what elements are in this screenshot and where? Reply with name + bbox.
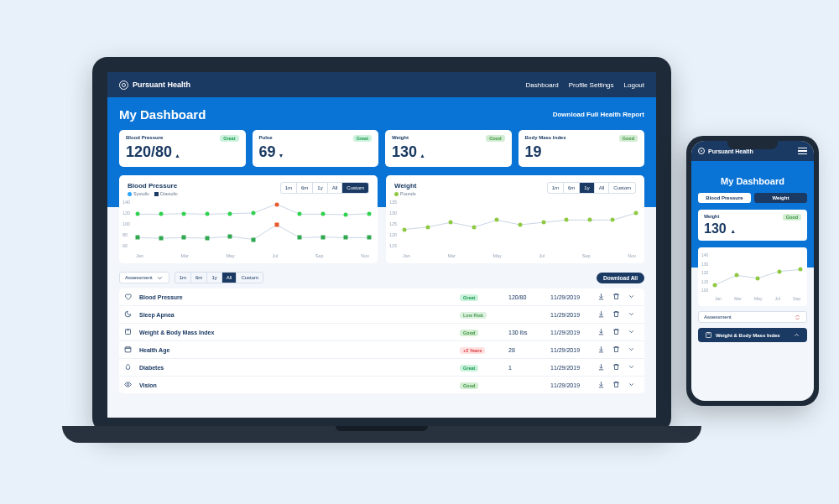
chevron-down-icon: [156, 274, 164, 282]
trash-icon[interactable]: [612, 381, 624, 389]
stat-bmi-badge: Good: [619, 135, 638, 142]
laptop-base: [62, 426, 701, 443]
range-custom[interactable]: Custom: [609, 183, 635, 193]
bp-range-selector: 1m 6m 1y All Custom: [280, 182, 369, 194]
trend-down-icon: ▼: [279, 153, 284, 158]
panel-bp-title: Blood Pressure: [128, 182, 178, 190]
nav-dashboard[interactable]: Dashboard: [526, 81, 559, 89]
calendar-icon: [124, 346, 136, 354]
moon-icon: [124, 310, 136, 319]
stat-weight-label: Weight: [392, 135, 409, 142]
panel-weight-legend: Pounds: [394, 191, 417, 196]
stat-cards: Blood Pressure Great 120/80 ▲ Pulse Grea…: [119, 130, 644, 167]
range-1y[interactable]: 1y: [580, 183, 594, 193]
nav-logout[interactable]: Logout: [624, 81, 644, 89]
download-icon[interactable]: [597, 310, 609, 319]
download-icon[interactable]: [597, 381, 609, 389]
menu-icon[interactable]: [798, 148, 807, 155]
nav-profile[interactable]: Profile Settings: [569, 81, 614, 89]
row-badge: Great: [460, 294, 478, 301]
mobile-category-row[interactable]: Weight & Body Mass Index: [698, 328, 807, 342]
stat-pulse[interactable]: Pulse Great 69 ▼: [253, 130, 379, 167]
table-row: DiabetesGreat111/29/2019: [119, 358, 644, 376]
trash-icon[interactable]: [612, 363, 624, 372]
table-row: Weight & Body Mass IndexGood130 lbs11/29…: [119, 323, 644, 340]
heart-icon: [124, 293, 136, 301]
range-1m[interactable]: 1m: [175, 273, 191, 283]
stat-bmi[interactable]: Body Mass Index Good 19: [519, 130, 645, 167]
stat-bp-badge: Great: [220, 135, 238, 142]
mobile-assessment-dropdown[interactable]: Assessment: [698, 311, 807, 323]
range-6m[interactable]: 6m: [191, 273, 207, 283]
assessment-dropdown[interactable]: Assessment: [119, 272, 169, 283]
stat-weight[interactable]: Weight Good 130 ▲: [385, 130, 512, 167]
table-row: Health Age+2 Years2811/29/2019: [119, 340, 644, 358]
row-badge: Good: [460, 330, 478, 336]
laptop-screen: Pursuant Health Dashboard Profile Settin…: [107, 72, 656, 418]
download-icon[interactable]: [597, 328, 609, 336]
legend-systolic-icon: [128, 192, 132, 196]
svg-rect-1: [125, 347, 131, 352]
range-custom[interactable]: Custom: [237, 273, 263, 283]
trash-icon[interactable]: [612, 293, 624, 301]
chevron-down-icon[interactable]: [628, 363, 639, 372]
chevron-down-icon[interactable]: [628, 328, 639, 336]
download-icon[interactable]: [597, 293, 609, 301]
range-1y[interactable]: 1y: [207, 273, 221, 283]
mobile-assessment: Assessment Weight & Body Mass Index: [698, 311, 807, 342]
laptop-notch: [336, 426, 428, 431]
trash-icon[interactable]: [612, 310, 624, 319]
brand-name: Pursuant Health: [133, 81, 190, 89]
range-1y[interactable]: 1y: [313, 183, 327, 193]
stat-bp-label: Blood Pressure: [126, 135, 163, 142]
range-6m[interactable]: 6m: [564, 183, 580, 193]
range-custom[interactable]: Custom: [342, 183, 368, 193]
range-all[interactable]: All: [222, 273, 237, 283]
stat-pulse-label: Pulse: [259, 135, 273, 142]
chevron-down-icon[interactable]: [628, 381, 639, 389]
table-row: Sleep ApneaLow Risk11/29/2019: [119, 305, 644, 323]
panel-weight: Weight Pounds 1m 6m 1y All Custom 13513: [386, 175, 644, 263]
chevron-down-icon[interactable]: [628, 346, 639, 354]
trend-up-icon: ▲: [175, 153, 180, 158]
svg-rect-3: [706, 333, 711, 338]
logo-icon: [698, 148, 705, 154]
range-all[interactable]: All: [595, 183, 610, 193]
trash-icon[interactable]: [612, 346, 624, 354]
row-value: 120/80: [508, 294, 547, 300]
laptop-frame: Pursuant Health Dashboard Profile Settin…: [92, 57, 671, 433]
chevron-down-icon[interactable]: [628, 310, 639, 319]
range-all[interactable]: All: [328, 183, 343, 193]
row-name: Diabetes: [139, 365, 456, 371]
row-name: Health Age: [139, 347, 456, 353]
row-badge: Good: [460, 382, 478, 389]
chart-panels: Blood Pressure Systolic Diastolic 1m 6m …: [119, 175, 644, 263]
range-6m[interactable]: 6m: [297, 183, 313, 193]
trash-icon[interactable]: [612, 328, 624, 336]
download-full-report-link[interactable]: Download Full Health Report: [553, 111, 644, 118]
tab-weight[interactable]: Weight: [754, 193, 807, 203]
panel-bp-legend: Systolic Diastolic: [128, 191, 178, 196]
mobile-weight-card[interactable]: Weight Good 130 ▲: [698, 210, 807, 241]
row-name: Vision: [139, 382, 456, 388]
tab-blood-pressure[interactable]: Blood Pressure: [698, 193, 751, 203]
stat-bmi-label: Body Mass Index: [525, 135, 566, 142]
row-date: 11/29/2019: [550, 294, 594, 300]
range-1m[interactable]: 1m: [281, 183, 297, 193]
download-icon[interactable]: [597, 363, 609, 372]
eye-icon: [124, 381, 136, 389]
assessment-table: Blood PressureGreat120/8011/29/2019Sleep…: [119, 288, 644, 393]
assessment-range-selector: 1m 6m 1y All Custom: [175, 272, 263, 283]
chevron-down-icon[interactable]: [628, 293, 639, 301]
chevron-up-down-icon: [794, 314, 801, 321]
mobile-weight-badge: Good: [783, 214, 801, 221]
assessment-section: Assessment 1m 6m 1y All Custom Download …: [107, 263, 656, 393]
panel-weight-title: Weight: [394, 182, 417, 190]
phone-notch: [727, 141, 778, 149]
download-all-button[interactable]: Download All: [597, 273, 644, 283]
stat-blood-pressure[interactable]: Blood Pressure Great 120/80 ▲: [119, 130, 246, 167]
download-icon[interactable]: [597, 346, 609, 354]
row-badge: Great: [460, 365, 478, 372]
phone-frame: Pursuant Health My Dashboard Blood Press…: [686, 136, 819, 406]
range-1m[interactable]: 1m: [548, 183, 564, 193]
